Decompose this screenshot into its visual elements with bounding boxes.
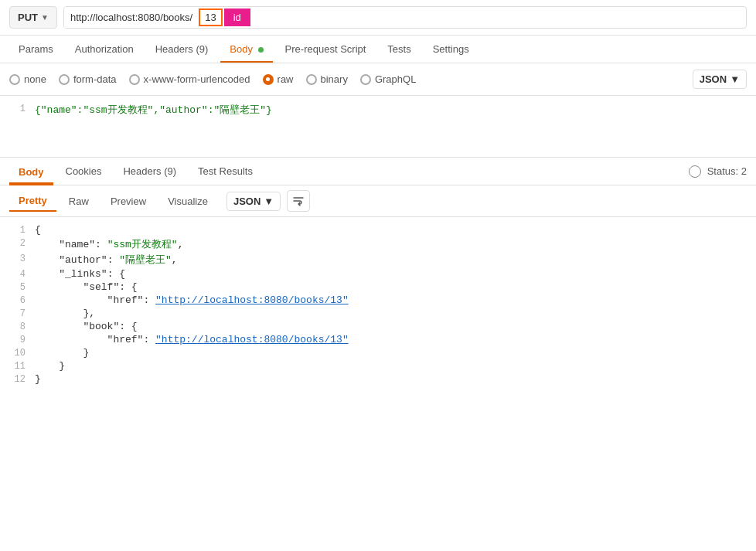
wrap-lines-icon[interactable] [287, 190, 310, 212]
response-tab-body[interactable]: Body [9, 158, 53, 185]
response-tab-cookies[interactable]: Cookies [56, 158, 111, 185]
tab-prerequest[interactable]: Pre-request Script [276, 36, 376, 63]
radio-raw-circle [263, 74, 274, 85]
resp-line-num-1: 1 [0, 224, 35, 236]
status-text: Status: 2 [707, 165, 747, 177]
response-view-tabs: Pretty Raw Preview Visualize JSON ▼ [0, 185, 756, 217]
tab-headers[interactable]: Headers (9) [146, 36, 218, 63]
url-bar: PUT ▼ http://localhost:8080/books/ 13 id [0, 0, 756, 36]
radio-graphql[interactable]: GraphQL [360, 73, 416, 85]
format-select-chevron: ▼ [264, 196, 274, 207]
view-tab-preview[interactable]: Preview [101, 192, 155, 211]
resp-line-num-8: 8 [0, 321, 35, 332]
resp-line-content-7: }, [35, 308, 95, 319]
resp-line-num-9: 9 [0, 334, 35, 345]
radio-form-data[interactable]: form-data [59, 73, 117, 85]
resp-line-num-2: 2 [0, 237, 35, 249]
resp-line-8: 8 "book": { [0, 320, 756, 333]
view-tab-visualize[interactable]: Visualize [158, 192, 217, 211]
view-tab-raw[interactable]: Raw [60, 192, 98, 211]
radio-binary[interactable]: binary [306, 73, 348, 85]
resp-line-num-5: 5 [0, 281, 35, 293]
response-json-format-select[interactable]: JSON ▼ [226, 192, 281, 211]
body-json-select[interactable]: JSON ▼ [693, 70, 747, 89]
response-json-body: 1 { 2 "name": "ssm开发教程", 3 "author": "隔壁… [0, 217, 756, 392]
radio-raw[interactable]: raw [263, 73, 294, 85]
req-line-num-1: 1 [0, 103, 35, 114]
resp-line-4: 4 "_links": { [0, 267, 756, 281]
resp-line-content-2: "name": "ssm开发教程", [35, 237, 183, 251]
url-param-box: 13 id [199, 9, 250, 26]
resp-line-num-11: 11 [0, 360, 35, 372]
url-param-key: id [224, 9, 250, 26]
request-tabs-bar: Params Authorization Headers (9) Body Pr… [0, 36, 756, 63]
radio-graphql-circle [360, 74, 371, 85]
request-body-editor[interactable]: 1 {"name":"ssm开发教程","author":"隔壁老王"} [0, 96, 756, 158]
resp-line-3: 3 "author": "隔壁老王", [0, 252, 756, 267]
resp-line-10: 10 } [0, 346, 756, 359]
url-base: http://localhost:8080/books/ [64, 7, 199, 28]
view-tab-pretty[interactable]: Pretty [9, 191, 56, 212]
tab-tests[interactable]: Tests [378, 36, 420, 63]
resp-line-content-12: } [35, 373, 41, 385]
tab-settings[interactable]: Settings [424, 36, 478, 63]
method-chevron-icon: ▼ [41, 13, 49, 22]
resp-line-content-9: "href": "http://localhost:8080/books/13" [35, 334, 349, 345]
url-input-container[interactable]: http://localhost:8080/books/ 13 id [63, 6, 747, 29]
response-tabs-bar: Body Cookies Headers (9) Test Results St… [0, 158, 756, 185]
body-type-bar: none form-data x-www-form-urlencoded raw… [0, 63, 756, 96]
resp-line-content-8: "book": { [35, 321, 138, 332]
req-line-content-1: {"name":"ssm开发教程","author":"隔壁老王"} [35, 103, 272, 117]
resp-line-2: 2 "name": "ssm开发教程", [0, 236, 756, 252]
response-right: Status: 2 [689, 165, 747, 178]
tab-authorization[interactable]: Authorization [66, 36, 143, 63]
resp-line-11: 11 } [0, 359, 756, 372]
radio-form-data-circle [59, 74, 70, 85]
resp-line-num-3: 3 [0, 253, 35, 264]
resp-line-num-6: 6 [0, 294, 35, 306]
resp-line-content-10: } [35, 347, 89, 359]
resp-line-num-4: 4 [0, 268, 35, 280]
method-select[interactable]: PUT ▼ [9, 6, 57, 29]
method-label: PUT [18, 12, 38, 23]
radio-none[interactable]: none [9, 73, 46, 85]
resp-line-num-7: 7 [0, 308, 35, 319]
resp-line-content-5: "self": { [35, 281, 138, 293]
radio-none-circle [9, 74, 20, 85]
resp-line-num-12: 12 [0, 373, 35, 385]
radio-urlencoded[interactable]: x-www-form-urlencoded [129, 73, 250, 85]
resp-line-1: 1 { [0, 223, 756, 236]
resp-line-content-11: } [35, 360, 65, 372]
tab-body[interactable]: Body [220, 36, 272, 63]
response-tab-headers[interactable]: Headers (9) [114, 158, 186, 185]
resp-line-7: 7 }, [0, 307, 756, 320]
resp-line-9: 9 "href": "http://localhost:8080/books/1… [0, 333, 756, 346]
resp-line-5: 5 "self": { [0, 281, 756, 294]
tab-params[interactable]: Params [9, 36, 63, 63]
globe-icon [689, 165, 701, 178]
radio-urlencoded-circle [129, 74, 140, 85]
resp-line-content-4: "_links": { [35, 268, 125, 280]
response-tab-testresults[interactable]: Test Results [189, 158, 262, 185]
resp-line-12: 12 } [0, 372, 756, 386]
json-select-chevron: ▼ [730, 73, 740, 85]
resp-line-content-6: "href": "http://localhost:8080/books/13" [35, 294, 349, 306]
resp-line-num-10: 10 [0, 347, 35, 359]
resp-line-6: 6 "href": "http://localhost:8080/books/1… [0, 294, 756, 307]
url-param-value[interactable]: 13 [199, 9, 222, 26]
radio-binary-circle [306, 74, 317, 85]
resp-line-content-3: "author": "隔壁老王", [35, 253, 178, 267]
req-code-line-1: 1 {"name":"ssm开发教程","author":"隔壁老王"} [0, 102, 756, 117]
resp-line-content-1: { [35, 224, 41, 236]
body-active-dot [258, 47, 264, 53]
